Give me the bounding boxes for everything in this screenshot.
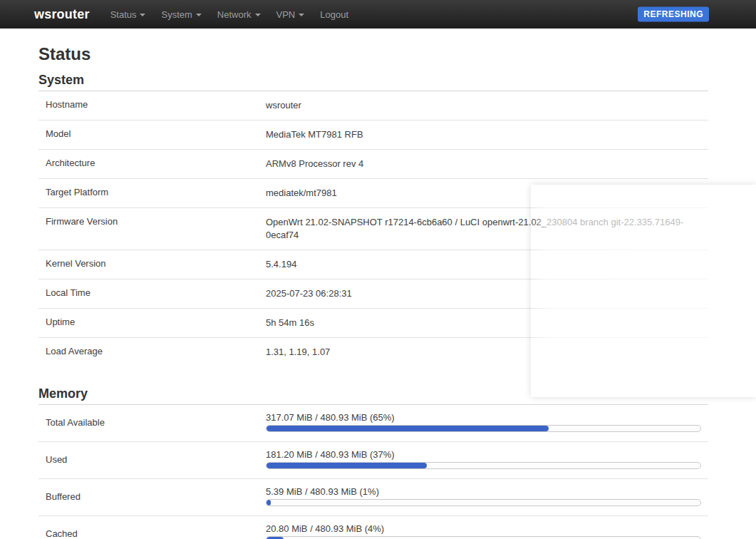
progressbar: 317.07 MiB / 480.93 MiB (65%) — [266, 412, 708, 432]
nav-item-status[interactable]: Status — [103, 2, 154, 27]
memory-table: Total Available 317.07 MiB / 480.93 MiB … — [38, 405, 708, 539]
progressbar-track — [266, 499, 701, 506]
nav-item-label: System — [161, 9, 192, 20]
table-row: Uptime 5h 54m 16s — [38, 309, 708, 338]
memory-section: Memory Total Available 317.07 MiB / 480.… — [38, 386, 708, 539]
nav-menu: Status System Network VPN Logout — [103, 2, 356, 27]
chevron-down-icon — [299, 14, 304, 16]
progressbar: 5.39 MiB / 480.93 MiB (1%) — [266, 486, 708, 506]
progressbar: 20.80 MiB / 480.93 MiB (4%) — [266, 523, 708, 539]
row-value: MediaTek MT7981 RFB — [266, 128, 708, 141]
nav-item-system[interactable]: System — [153, 2, 209, 27]
table-row: Hostname wsrouter — [38, 91, 708, 120]
row-value: ARMv8 Processor rev 4 — [266, 158, 708, 170]
row-value: 5h 54m 16s — [266, 317, 708, 329]
row-value: mediatek/mt7981 — [266, 187, 708, 200]
table-row: Architecture ARMv8 Processor rev 4 — [38, 150, 708, 179]
system-table: Hostname wsrouter Model MediaTek MT7981 … — [38, 91, 708, 366]
row-label: Buffered — [38, 491, 266, 502]
progressbar: 181.20 MiB / 480.93 MiB (37%) — [266, 449, 708, 469]
table-row: Model MediaTek MT7981 RFB — [38, 120, 708, 150]
table-row: Load Average 1.31, 1.19, 1.07 — [38, 338, 708, 366]
table-row: Target Platform mediatek/mt7981 — [38, 179, 708, 208]
row-value: wsrouter — [266, 99, 708, 112]
nav-item-network[interactable]: Network — [209, 2, 269, 27]
nav-item-label: Network — [217, 9, 252, 20]
progressbar-track — [266, 425, 701, 432]
table-row: Total Available 317.07 MiB / 480.93 MiB … — [38, 405, 708, 442]
progressbar-text: 5.39 MiB / 480.93 MiB (1%) — [266, 486, 701, 497]
progressbar-fill — [266, 500, 271, 505]
main-content: Status System Hostname wsrouter Model Me… — [38, 44, 708, 539]
table-row: Cached 20.80 MiB / 480.93 MiB (4%) — [38, 516, 708, 539]
row-value: 5.4.194 — [266, 258, 708, 271]
table-row: Buffered 5.39 MiB / 480.93 MiB (1%) — [38, 479, 708, 516]
navbar: wsrouter Status System Network VPN Logou… — [0, 0, 756, 29]
row-label: Target Platform — [38, 187, 266, 200]
table-row: Local Time 2025-07-23 06:28:31 — [38, 279, 708, 309]
row-label: Cached — [38, 528, 266, 539]
chevron-down-icon — [255, 14, 261, 16]
table-row: Used 181.20 MiB / 480.93 MiB (37%) — [38, 442, 708, 479]
row-value: OpenWrt 21.02-SNAPSHOT r17214-6cb6a60 / … — [266, 216, 708, 242]
row-label: Kernel Version — [38, 258, 266, 271]
progressbar-text: 181.20 MiB / 480.93 MiB (37%) — [266, 449, 701, 460]
row-label: Uptime — [38, 317, 266, 329]
row-label: Architecture — [38, 158, 266, 170]
progressbar-track — [266, 536, 701, 539]
table-row: Kernel Version 5.4.194 — [38, 250, 708, 279]
row-value: 1.31, 1.19, 1.07 — [266, 346, 708, 359]
refresh-status-badge[interactable]: REFRESHING — [638, 7, 709, 22]
nav-item-label: Logout — [320, 9, 348, 20]
brand-logo[interactable]: wsrouter — [34, 7, 90, 22]
row-label: Local Time — [38, 287, 266, 300]
nav-item-vpn[interactable]: VPN — [269, 2, 313, 27]
chevron-down-icon — [196, 14, 202, 16]
table-row: Firmware Version OpenWrt 21.02-SNAPSHOT … — [38, 208, 708, 250]
nav-item-label: Status — [110, 9, 137, 20]
row-value: 2025-07-23 06:28:31 — [266, 287, 708, 300]
row-label: Used — [38, 454, 266, 465]
row-label: Hostname — [38, 99, 266, 112]
progressbar-track — [266, 462, 701, 469]
page-title: Status — [38, 44, 708, 64]
nav-item-label: VPN — [276, 9, 296, 20]
row-label: Total Available — [38, 417, 266, 428]
progressbar-fill — [266, 426, 549, 431]
nav-item-logout[interactable]: Logout — [312, 2, 356, 27]
system-section: System Hostname wsrouter Model MediaTek … — [38, 73, 708, 366]
memory-section-title: Memory — [38, 386, 708, 405]
progressbar-fill — [266, 463, 427, 468]
progressbar-text: 317.07 MiB / 480.93 MiB (65%) — [266, 412, 701, 423]
system-section-title: System — [38, 73, 708, 91]
row-label: Model — [38, 128, 266, 141]
chevron-down-icon — [140, 14, 145, 16]
progressbar-text: 20.80 MiB / 480.93 MiB (4%) — [266, 523, 701, 534]
row-label: Load Average — [38, 346, 266, 359]
row-label: Firmware Version — [38, 216, 266, 242]
